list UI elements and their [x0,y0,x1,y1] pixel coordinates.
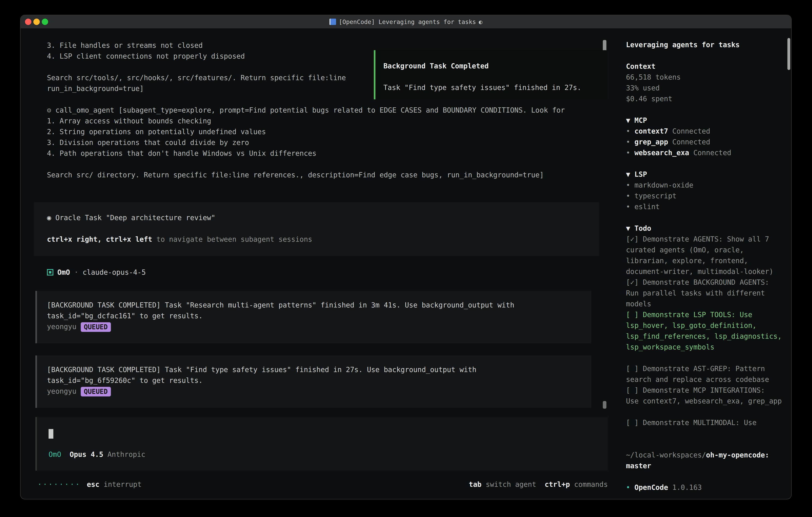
close-window-button[interactable] [25,19,31,25]
mcp-items: • context7 Connected• grep_app Connected… [626,126,786,158]
workspace-path-prefix: ~/local-workspaces/ [626,451,706,459]
lsp-items: • markdown-oxide• typescript• eslint [626,180,786,212]
esc-key-hint: esc [87,479,99,490]
message-line: [BACKGROUND TASK COMPLETED] Task "Resear… [47,300,591,310]
workspace-branch: master [626,460,786,471]
main-scrollbar-thumb-lower[interactable] [603,401,606,409]
prompt-input[interactable]: OmO Opus 4.5 Anthropic [35,417,608,471]
sidebar-session-title: Leveraging agents for tasks [626,39,786,50]
message-meta: yeongyu QUEUED [47,386,591,397]
mcp-name: grep_app [634,138,668,146]
sidebar: Leveraging agents for tasks Context 66,5… [618,29,791,499]
terminal-line: Search src/ directory. Return specific f… [47,169,565,180]
mcp-header-label: MCP [634,116,647,124]
mcp-name: websearch_exa [634,149,689,157]
mcp-status: Connected [689,149,731,157]
oracle-hint-keys: ctrl+x right, ctrl+x left [47,235,152,243]
queued-badge: QUEUED [81,322,111,332]
queued-message-1: [BACKGROUND TASK COMPLETED] Task "Resear… [35,291,591,343]
lsp-item: • typescript [626,191,786,201]
spacer [536,479,545,490]
mcp-item: • grep_app Connected [626,137,786,147]
context-stat: $0.46 spent [626,93,786,104]
activity-dots-icon: ········ [37,479,81,490]
terminal-line: 1. Array access without bounds checking [47,115,565,126]
oracle-task-panel: ◉ Oracle Task "Deep architecture review"… [34,202,599,256]
window-title: [OpenCode] Leveraging agents for tasks ◐ [329,19,482,25]
context-lines: 66,518 tokens33% used$0.46 spent [626,72,786,104]
todo-items: [✓] Demonstrate AGENTS: Show all 7 curat… [626,234,786,428]
lsp-item: • eslint [626,201,786,212]
lsp-header-label: LSP [634,170,647,178]
app-version: 1.0.163 [668,483,702,491]
zoom-window-button[interactable] [42,19,48,25]
message-meta: yeongyu QUEUED [47,321,591,332]
agent-header: OmO · claude-opus-4-5 [47,267,146,278]
mcp-status: Connected [668,127,710,135]
window-titlebar[interactable]: [OpenCode] Leveraging agents for tasks ◐ [21,15,791,29]
context-header: Context [626,61,786,72]
book-icon [329,19,336,25]
input-provider-name: Anthropic [108,449,145,460]
queued-badge: QUEUED [81,387,111,397]
traffic-lights [25,19,48,25]
context-stat: 66,518 tokens [626,72,786,83]
lsp-section-header[interactable]: ▼ LSP [626,169,786,180]
input-model-name: Opus 4.5 [69,449,103,460]
spinner-icon: ◐ [479,19,482,25]
collapse-triangle-icon: ▼ [626,170,634,178]
context-stat: 33% used [626,83,786,93]
collapse-triangle-icon: ▼ [626,224,634,232]
oracle-task-title: ◉ Oracle Task "Deep architecture review" [47,212,599,223]
mcp-status: Connected [668,138,710,146]
version-bullet-icon: • [626,483,634,491]
spacer [61,449,69,460]
model-selector[interactable]: OmO Opus 4.5 Anthropic [49,449,145,460]
collapse-triangle-icon: ▼ [626,116,634,124]
agent-icon [47,269,53,275]
terminal-main-pane[interactable]: 3. File handles or streams not closed4. … [21,29,618,499]
oracle-hint: ctrl+x right, ctrl+x left to navigate be… [47,234,599,245]
sidebar-scrollbar-thumb[interactable] [787,38,790,70]
terminal-line: 4. Path operations that don't handle Win… [47,148,565,159]
mcp-section-header[interactable]: ▼ MCP [626,115,786,126]
agent-model: claude-opus-4-5 [83,268,146,276]
workspace-repo-name: oh-my-opencode: [706,451,769,459]
tab-key-hint: tab [469,479,482,490]
spacer [103,449,108,460]
text-cursor [49,429,53,439]
mcp-item: • context7 Connected [626,126,786,137]
input-agent-name: OmO [49,449,61,460]
notification-body: Task "Find type safety issues" finished … [383,82,608,93]
lsp-item: • markdown-oxide [626,180,786,191]
version-line: • OpenCode 1.0.163 [626,482,786,493]
status-bar: ········ esc interrupt tab switch agent … [21,479,618,490]
todo-item: [ ] Demonstrate MCP INTEGRATIONS: Use co… [626,385,786,406]
todo-item: [ ] Demonstrate MULTIMODAL: Use [626,417,786,428]
message-line: [BACKGROUND TASK COMPLETED] Task "Find t… [47,364,591,375]
message-line: task_id="bg_dcfac161" to get results. [47,310,591,321]
agent-name-model: OmO · claude-opus-4-5 [57,267,146,278]
app-name: OpenCode [634,483,668,491]
todo-header-label: Todo [634,224,651,232]
oracle-hint-text: to navigate between subagent sessions [152,235,312,243]
workspace-path: ~/local-workspaces/oh-my-opencode: [626,450,786,460]
queued-message-2: [BACKGROUND TASK COMPLETED] Task "Find t… [35,355,591,408]
bullet-icon: • [626,138,634,146]
notification-spacer [383,71,608,82]
oracle-spacer [47,223,599,234]
terminal-line: 3. File handles or streams not closed [47,40,565,51]
todo-item: [ ] Demonstrate AST-GREP: Pattern search… [626,363,786,385]
todo-section-header[interactable]: ▼ Todo [626,223,786,234]
terminal-line [47,159,565,169]
message-author: yeongyu [47,323,81,331]
esc-key-label: interrupt [99,479,142,490]
window-title-text: [OpenCode] Leveraging agents for tasks [339,19,476,25]
background-task-notification: Background Task Completed Task "Find typ… [374,50,608,99]
todo-item: [✓] Demonstrate BACKGROUND AGENTS: Run p… [626,277,786,309]
mcp-name: context7 [634,127,668,135]
tab-key-label: switch agent [482,479,536,490]
ctrlp-key-hint: ctrl+p [545,479,570,490]
status-bar-right: tab switch agent ctrl+p commands [469,479,608,490]
minimize-window-button[interactable] [33,19,40,25]
